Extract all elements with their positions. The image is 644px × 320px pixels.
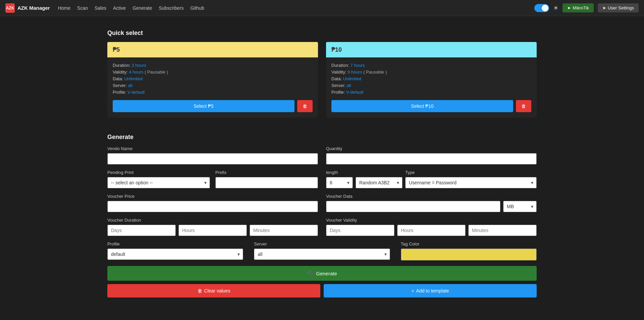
duration-minutes-input[interactable] <box>250 225 318 236</box>
format-group: Random A3B2 Letters Only Numbers Only <box>356 177 402 188</box>
format-select[interactable]: Random A3B2 Letters Only Numbers Only <box>356 177 402 188</box>
server-select[interactable]: all server1 server2 <box>254 248 390 260</box>
voucher-p5-profile: Profile: V-default <box>113 90 313 95</box>
voucher-duration-label: Voucher Duration <box>107 218 318 223</box>
nav-subscribers[interactable]: Subscribers <box>159 5 184 11</box>
profile-label: Profile <box>107 241 243 246</box>
app-name: AZK Manager <box>17 5 50 11</box>
length-select[interactable]: 6 7 8 9 10 <box>326 177 353 188</box>
quantity-input[interactable] <box>326 153 537 165</box>
validity-fields <box>326 225 537 236</box>
type-label: Type <box>405 170 537 175</box>
validity-hours-input[interactable] <box>397 225 466 236</box>
voucher-price-label: Voucher Price <box>107 194 318 199</box>
mikrotik-arrow-icon: ➤ <box>567 5 571 10</box>
validity-days-input[interactable] <box>326 225 394 236</box>
voucher-card-p5: ₱5 Duration: 3 hours Validity: 4 hours (… <box>107 42 318 118</box>
nav-generate[interactable]: Generate <box>132 5 152 11</box>
generate-button[interactable]: ➕ Generate <box>107 266 537 281</box>
app-logo: AZK AZK Manager <box>5 3 50 13</box>
type-group: Type Username = Password Username only U… <box>405 170 537 188</box>
select-p10-button[interactable]: Select ₱10 <box>331 100 513 112</box>
voucher-card-p5-header: ₱5 <box>107 42 318 57</box>
delete-p5-button[interactable]: 🗑 <box>297 100 313 112</box>
profile-select[interactable]: default V-default custom <box>107 248 243 260</box>
voucher-p10-duration: Duration: 7 hours <box>331 63 531 68</box>
length-type-inline: length 6 7 8 9 10 <box>326 170 537 188</box>
voucher-p10-actions: Select ₱10 🗑 <box>331 100 531 112</box>
nav-links: Home Scan Sales Active Generate Subscrib… <box>58 5 535 11</box>
voucher-validity-group: Voucher Validity <box>326 218 537 236</box>
voucher-p10-server: Server: all <box>331 83 531 88</box>
logo-icon: AZK <box>5 3 15 13</box>
nav-scan[interactable]: Scan <box>77 5 88 11</box>
profile-select-wrapper: default V-default custom <box>107 248 243 260</box>
prefix-group: Prefix <box>215 170 318 188</box>
pending-prefix-subrow: Pending Print -- select an option -- Pre… <box>107 170 318 188</box>
mikrotik-button[interactable]: ➤ MikroTik <box>562 3 594 12</box>
server-label: Server <box>254 241 390 246</box>
type-select[interactable]: Username = Password Username only Userna… <box>405 177 537 188</box>
nav-github[interactable]: Github <box>190 5 204 11</box>
nav-home[interactable]: Home <box>58 5 70 11</box>
server-select-wrapper: all server1 server2 <box>254 248 390 260</box>
voucher-p5-server: Server: all <box>113 83 313 88</box>
bottom-buttons: 🗑 Clear values + Add to template <box>107 284 537 298</box>
clear-values-button[interactable]: 🗑 Clear values <box>107 284 320 298</box>
validity-minutes-input[interactable] <box>468 225 537 236</box>
user-settings-button[interactable]: ➤ User Settings <box>598 3 639 12</box>
add-plus-icon: + <box>411 288 414 293</box>
server-group: Server all server1 server2 <box>254 241 390 261</box>
quick-select-grid: ₱5 Duration: 3 hours Validity: 4 hours (… <box>107 42 537 118</box>
profile-server-color-row: Profile default V-default custom Server … <box>107 241 537 261</box>
voucher-card-p5-body: Duration: 3 hours Validity: 4 hours ( Pa… <box>107 57 318 118</box>
theme-toggle[interactable] <box>534 4 549 12</box>
pending-length-row: Pending Print -- select an option -- Pre… <box>107 170 537 188</box>
voucher-p10-validity: Validity: 9 hours ( Pausable ) <box>331 70 531 75</box>
voucher-p10-data: Data: Unlimited <box>331 76 531 81</box>
tag-color-preview[interactable] <box>401 248 537 261</box>
length-group: length 6 7 8 9 10 <box>326 170 353 188</box>
voucher-duration-group: Voucher Duration <box>107 218 318 236</box>
add-template-button[interactable]: + Add to template <box>324 284 537 298</box>
voucher-price-input[interactable] <box>107 201 318 212</box>
voucher-price-group: Voucher Price <box>107 194 318 212</box>
vendo-name-input[interactable] <box>107 153 318 165</box>
quick-select-title: Quick select <box>107 30 537 37</box>
voucher-data-inline: MB GB Unlimited <box>326 201 537 212</box>
generate-plus-icon: ➕ <box>307 270 313 276</box>
vendo-quantity-row: Vendo Name Quantity <box>107 146 537 165</box>
format-select-wrapper: Random A3B2 Letters Only Numbers Only <box>356 177 402 188</box>
sun-icon[interactable]: ☀ <box>553 4 558 12</box>
pending-print-select[interactable]: -- select an option -- <box>107 177 210 188</box>
voucher-data-input[interactable] <box>326 201 500 212</box>
main-content: Quick select ₱5 Duration: 3 hours Validi… <box>87 16 557 311</box>
profile-group: Profile default V-default custom <box>107 241 243 261</box>
nav-right: ☀ ➤ MikroTik ➤ User Settings <box>534 3 639 12</box>
length-label: length <box>326 170 353 175</box>
duration-days-input[interactable] <box>107 225 176 236</box>
select-p5-button[interactable]: Select ₱5 <box>113 100 294 112</box>
voucher-data-unit-select[interactable]: MB GB Unlimited <box>503 201 537 212</box>
clear-trash-icon: 🗑 <box>198 288 202 293</box>
vendo-name-label: Vendo Name <box>107 146 318 151</box>
duration-hours-input[interactable] <box>178 225 247 236</box>
nav-sales[interactable]: Sales <box>95 5 106 11</box>
voucher-card-p10-header: ₱10 <box>326 42 537 57</box>
pending-print-select-wrapper: -- select an option -- <box>107 177 210 188</box>
voucher-data-label: Voucher Data <box>326 194 537 199</box>
delete-p10-button[interactable]: 🗑 <box>516 100 531 112</box>
nav-active[interactable]: Active <box>113 5 126 11</box>
pending-print-group: Pending Print -- select an option -- <box>107 170 210 188</box>
type-select-wrapper: Username = Password Username only Userna… <box>405 177 537 188</box>
length-select-wrapper: 6 7 8 9 10 <box>326 177 353 188</box>
voucher-p10-profile: Profile: V-default <box>331 90 531 95</box>
user-settings-arrow-icon: ➤ <box>602 5 606 10</box>
tag-color-label: Tag Color <box>401 241 537 246</box>
voucher-p5-data: Data: Unlimited <box>113 76 313 81</box>
prefix-input[interactable] <box>215 177 318 188</box>
voucher-card-p10: ₱10 Duration: 7 hours Validity: 9 hours … <box>326 42 537 118</box>
quantity-group: Quantity <box>326 146 537 165</box>
voucher-card-p10-body: Duration: 7 hours Validity: 9 hours ( Pa… <box>326 57 537 118</box>
prefix-label: Prefix <box>215 170 318 175</box>
